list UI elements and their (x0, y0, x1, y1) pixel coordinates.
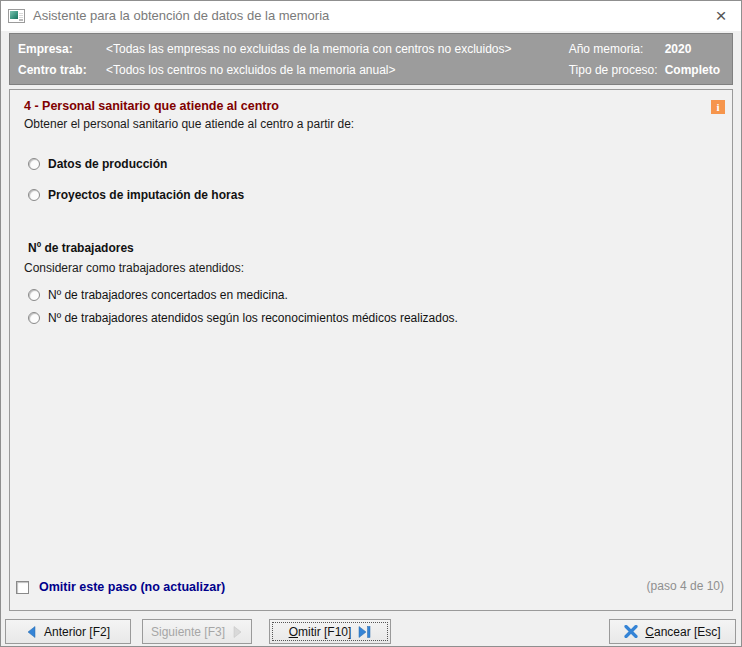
skip-step-checkbox-label: Omitir este paso (no actualizar) (39, 580, 225, 594)
tipo-proceso-value: Completo (665, 63, 720, 77)
cancel-x-icon (624, 625, 638, 638)
radio-option-label: Nº de trabajadores concertados en medici… (48, 288, 288, 302)
anterior-button[interactable]: Anterior [F2] (5, 619, 131, 644)
radio-icon[interactable] (28, 289, 40, 301)
radio-option-concertados-medicina[interactable]: Nº de trabajadores concertados en medici… (28, 288, 724, 302)
anterior-button-label: Anterior [F2] (44, 625, 110, 639)
header-scope-fields: Empresa: <Todas las empresas no excluida… (18, 42, 512, 76)
centro-label: Centro trab: (18, 63, 106, 77)
radio-option-reconocimientos-medicos[interactable]: Nº de trabajadores atendidos según los r… (28, 311, 724, 325)
anio-memoria-value: 2020 (665, 42, 720, 56)
skip-step-checkbox-row[interactable]: Omitir este paso (no actualizar) (16, 580, 225, 594)
workers-intro-text: Considerar como trabajadores atendidos: (24, 261, 724, 275)
app-icon-teal-pane (10, 11, 18, 19)
cancelar-button[interactable]: Cancear [Esc] (609, 619, 736, 644)
info-icon[interactable]: i (711, 100, 725, 114)
siguiente-button: Siguiente [F3] (142, 619, 252, 644)
close-icon[interactable]: × (701, 1, 741, 31)
radio-option-label: Nº de trabajadores atendidos según los r… (48, 311, 458, 325)
empresa-value: <Todas las empresas no excluidas de la m… (106, 42, 512, 56)
window-title: Asistente para la obtención de datos de … (33, 1, 329, 31)
omitir-button-label: Omitir [F10] (289, 625, 352, 639)
radio-icon[interactable] (28, 158, 40, 170)
centro-value: <Todos los centros no excluidos de la me… (106, 63, 512, 77)
radio-option-label: Datos de producción (48, 157, 167, 171)
step-heading: 4 - Personal sanitario que atiende al ce… (24, 99, 724, 113)
radio-option-datos-produccion[interactable]: Datos de producción (28, 157, 724, 171)
next-arrow-icon (232, 626, 243, 638)
workers-section-heading: Nº de trabajadores (28, 241, 724, 255)
omitir-button[interactable]: Omitir [F10] (269, 619, 391, 644)
app-icon-lines (19, 12, 23, 19)
app-window-icon (8, 9, 25, 23)
radio-option-proyectos-imputacion[interactable]: Proyectos de imputación de horas (28, 188, 724, 202)
header-meta-fields: Año memoria: 2020 Tipo de proceso: Compl… (569, 42, 720, 76)
wizard-dialog: Asistente para la obtención de datos de … (0, 0, 742, 647)
siguiente-button-label: Siguiente [F3] (151, 625, 225, 639)
anio-memoria-label: Año memoria: (569, 42, 665, 56)
step-indicator: (paso 4 de 10) (647, 579, 724, 593)
prev-arrow-icon (26, 626, 37, 638)
cancelar-button-label: Cancear [Esc] (645, 625, 720, 639)
radio-icon[interactable] (28, 312, 40, 324)
tipo-proceso-label: Tipo de proceso: (569, 63, 665, 77)
step-intro-text: Obtener el personal sanitario que atiend… (24, 117, 724, 131)
title-bar[interactable]: Asistente para la obtención de datos de … (1, 1, 741, 31)
skip-arrow-icon (358, 626, 371, 638)
wizard-step-panel: 4 - Personal sanitario que atiende al ce… (9, 89, 733, 611)
context-header-band: Empresa: <Todas las empresas no excluida… (9, 33, 733, 85)
radio-icon[interactable] (28, 189, 40, 201)
checkbox-icon[interactable] (16, 581, 29, 594)
radio-option-label: Proyectos de imputación de horas (48, 188, 244, 202)
empresa-label: Empresa: (18, 42, 106, 56)
app-icon-footer (19, 19, 23, 21)
